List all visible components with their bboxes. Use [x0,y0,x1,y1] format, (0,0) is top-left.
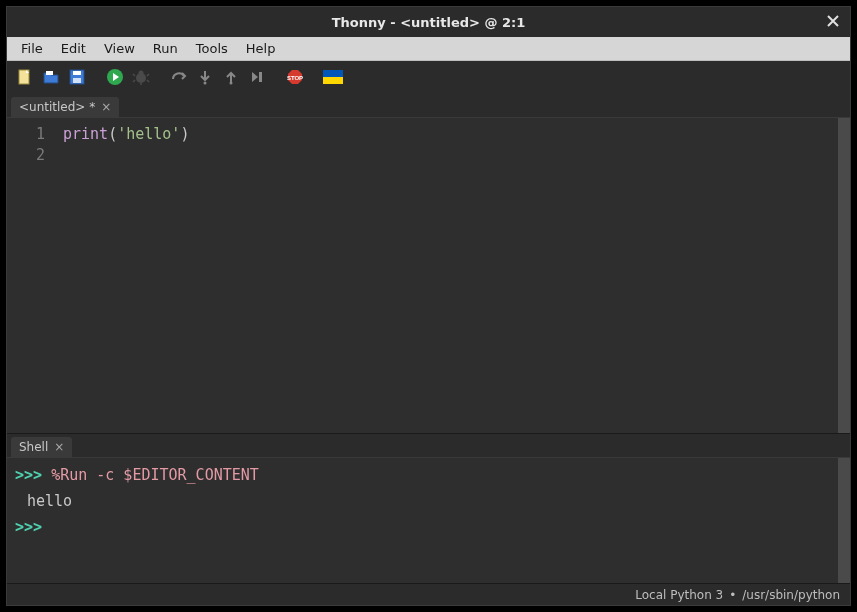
new-file-icon[interactable] [15,67,35,87]
code-line [63,145,850,166]
svg-point-8 [204,82,207,85]
title-bar: Thonny - <untitled> @ 2:1 [7,7,850,37]
token-paren: ) [180,125,189,143]
token-string: 'hello' [117,125,180,143]
token-paren: ( [108,125,117,143]
svg-point-7 [139,71,144,76]
svg-text:STOP: STOP [287,75,303,81]
editor-tab-strip: <untitled> * × [7,93,850,117]
stop-icon[interactable]: STOP [285,67,305,87]
svg-rect-13 [323,70,343,77]
shell-prompt: >>> [15,518,42,536]
close-icon[interactable]: × [54,440,64,454]
menu-file[interactable]: File [13,39,51,58]
svg-point-9 [230,82,233,85]
shell-tab-label: Shell [19,440,48,454]
menu-help[interactable]: Help [238,39,284,58]
status-bar: Local Python 3 • /usr/sbin/python [7,583,850,605]
menu-view[interactable]: View [96,39,143,58]
status-path[interactable]: /usr/sbin/python [742,588,840,602]
step-into-icon[interactable] [195,67,215,87]
run-icon[interactable] [105,67,125,87]
svg-rect-10 [259,72,262,82]
line-number-gutter: 1 2 [7,118,57,433]
code-line: print('hello') [63,124,850,145]
shell-line: >>> %Run -c $EDITOR_CONTENT [15,462,842,488]
step-out-icon[interactable] [221,67,241,87]
shell-scrollbar[interactable] [838,458,850,583]
debug-icon[interactable] [131,67,151,87]
code-editor[interactable]: 1 2 print('hello') [7,117,850,433]
close-icon[interactable] [824,12,842,30]
shell-panel[interactable]: >>> %Run -c $EDITOR_CONTENT hello >>> [7,457,850,583]
svg-rect-14 [323,77,343,84]
close-icon[interactable]: × [101,100,111,114]
status-interpreter[interactable]: Local Python 3 [635,588,723,602]
svg-rect-1 [46,71,53,75]
menu-bar: File Edit View Run Tools Help [7,37,850,61]
editor-scrollbar[interactable] [838,118,850,433]
token-builtin: print [63,125,108,143]
shell-tab-strip: Shell × [7,433,850,457]
shell-command: %Run -c $EDITOR_CONTENT [51,466,259,484]
shell-prompt: >>> [15,466,42,484]
shell-tab[interactable]: Shell × [11,437,72,457]
status-separator: • [729,588,736,602]
step-over-icon[interactable] [169,67,189,87]
line-number: 1 [7,124,45,145]
editor-tab-label: <untitled> * [19,100,95,114]
svg-rect-4 [73,78,81,83]
menu-edit[interactable]: Edit [53,39,94,58]
save-file-icon[interactable] [67,67,87,87]
window-title: Thonny - <untitled> @ 2:1 [332,15,526,30]
open-file-icon[interactable] [41,67,61,87]
code-area[interactable]: print('hello') [57,118,850,433]
svg-rect-3 [73,71,81,75]
app-window: Thonny - <untitled> @ 2:1 File Edit View… [6,6,851,606]
menu-run[interactable]: Run [145,39,186,58]
resume-icon[interactable] [247,67,267,87]
line-number: 2 [7,145,45,166]
shell-line: >>> [15,514,842,540]
editor-tab[interactable]: <untitled> * × [11,97,119,117]
shell-output: hello [15,488,842,514]
tool-bar: STOP [7,61,850,93]
ukraine-flag-icon[interactable] [323,67,343,87]
menu-tools[interactable]: Tools [188,39,236,58]
